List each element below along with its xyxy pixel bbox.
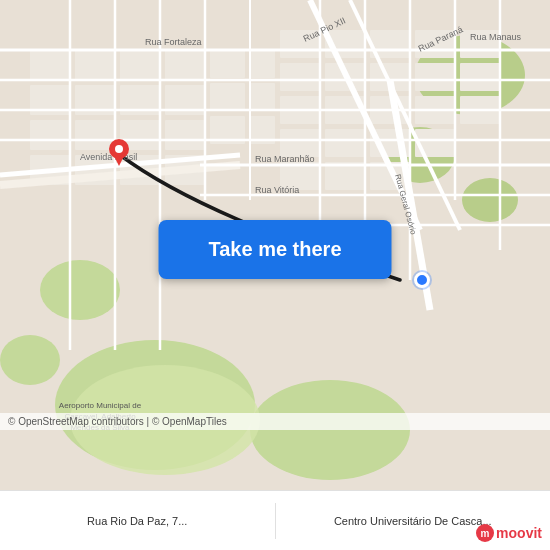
svg-rect-33 [415, 63, 455, 91]
svg-rect-34 [460, 63, 500, 91]
map-container: Rua Fortaleza Avenida Brasil Rua Pio XII… [0, 0, 550, 490]
origin-item[interactable]: Rua Rio Da Paz, 7... [0, 509, 275, 533]
svg-rect-9 [30, 50, 70, 80]
svg-rect-10 [75, 50, 115, 80]
svg-point-2 [250, 380, 410, 480]
copyright-text: © OpenStreetMap contributors | © OpenMap… [8, 416, 227, 427]
copyright-bar: © OpenStreetMap contributors | © OpenMap… [0, 413, 550, 430]
svg-rect-20 [165, 120, 205, 150]
svg-rect-40 [280, 129, 320, 157]
svg-text:Rua Fortaleza: Rua Fortaleza [145, 37, 202, 47]
svg-rect-18 [165, 50, 205, 80]
destination-marker [414, 272, 430, 288]
bottom-bar: Rua Rio Da Paz, 7... Centro Universitári… [0, 490, 550, 550]
svg-text:Rua Maranhão: Rua Maranhão [255, 154, 315, 164]
svg-rect-41 [325, 129, 365, 157]
svg-rect-50 [250, 50, 275, 78]
svg-point-7 [0, 335, 60, 385]
svg-marker-87 [113, 154, 125, 166]
svg-rect-48 [210, 83, 245, 111]
origin-label: Rua Rio Da Paz, 7... [8, 515, 267, 527]
svg-rect-30 [280, 63, 320, 91]
moovit-logo: m moovit [476, 524, 542, 542]
take-me-there-button[interactable]: Take me there [158, 220, 391, 279]
svg-rect-15 [30, 120, 70, 150]
moovit-text: moovit [496, 525, 542, 541]
svg-text:m: m [481, 528, 490, 539]
svg-text:Rua Vitória: Rua Vitória [255, 185, 299, 195]
svg-rect-11 [120, 50, 160, 80]
svg-point-6 [40, 260, 120, 320]
origin-marker [108, 138, 130, 166]
svg-text:Rua Manaus: Rua Manaus [470, 32, 522, 42]
svg-rect-51 [250, 83, 275, 111]
svg-point-88 [115, 145, 123, 153]
svg-rect-47 [210, 50, 245, 78]
svg-point-5 [462, 178, 518, 222]
svg-text:Aeroporto Municipal de: Aeroporto Municipal de [59, 401, 142, 410]
